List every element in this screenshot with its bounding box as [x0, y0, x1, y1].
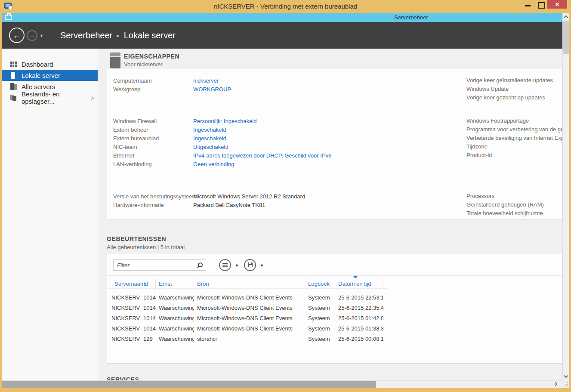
property-value-link[interactable]: Persoonlijk: Ingeschakeld [193, 118, 256, 124]
property-label: Windows Update [466, 85, 553, 93]
property-label: Computernaam [113, 77, 193, 84]
property-row: Extern beheer Ingeschakeld [113, 125, 331, 134]
properties-title: EIGENSCHAPPEN [124, 53, 179, 60]
table-row[interactable]: NICKSERVER 1014 Waarschuwing Microsoft-W… [107, 302, 388, 313]
breadcrumb-separator-icon: ▸ [117, 32, 120, 39]
cell-log: Systeem [305, 336, 335, 342]
minimize-button[interactable] [522, 0, 534, 9]
property-row: NIC-team Uitgeschakeld [113, 142, 331, 151]
cell-datetime: 25-6-2015 01:42:04 [335, 315, 383, 321]
properties-right-group-2: Windows FoutrapportageProgramma voor ver… [466, 117, 562, 160]
property-label: Windows Foutrapportage [466, 117, 562, 125]
rdp-window: { "colors": { "rdp_chrome": "#e8bf68", "… [0, 0, 571, 392]
breadcrumb-root[interactable]: Serverbeheer [60, 31, 112, 40]
resize-grip-icon[interactable] [567, 386, 568, 386]
property-value: Microsoft Windows Server 2012 R2 Standar… [193, 193, 305, 200]
cell-datetime: 25-6-2015 01:38:34 [335, 325, 383, 332]
properties-right-group-3: ProcessorsGeïnstalleerd geheugen (RAM)To… [466, 192, 544, 218]
sidebar-item-icon [9, 61, 17, 68]
column-header[interactable]: Servernaam [111, 279, 140, 289]
property-value-link[interactable]: Ingeschakeld [193, 127, 226, 133]
sidebar-item[interactable]: Dashboard [2, 59, 98, 70]
scroll-down-icon[interactable] [564, 374, 568, 378]
property-value-link[interactable]: Geen verbinding [193, 161, 234, 167]
sidebar-item-label: Bestands- en opslagser... [22, 90, 91, 105]
scroll-up-icon[interactable] [564, 15, 568, 20]
table-row[interactable]: NICKSERVER 1014 Waarschuwing Microsoft-W… [107, 323, 388, 333]
cell-severity: Waarschuwing [156, 325, 194, 332]
tasks-dropdown-icon[interactable]: ▼ [235, 263, 239, 268]
forward-button[interactable]: → [27, 30, 37, 41]
property-label: Versie van het besturingssysteem [113, 193, 193, 200]
vertical-scrollbar-thumb[interactable] [563, 21, 569, 54]
column-header[interactable]: Datum en tijd [335, 279, 383, 289]
column-header[interactable]: Bron [194, 279, 305, 289]
cell-id: 1014 [140, 294, 156, 301]
save-disk-icon [248, 262, 253, 267]
properties-subtitle: Voor nickserver [124, 61, 163, 68]
property-value-link[interactable]: IPv4-adres toegewezen door DHCP, Geschik… [193, 152, 331, 159]
property-row: Computernaam nickserver [113, 76, 231, 85]
cell-datetime: 25-6-2015 22:53:11 [335, 294, 383, 301]
property-row: Hardware-informatie Packard Bell EasyNot… [113, 201, 305, 209]
property-label: Totale hoeveelheid schijfruimte [466, 209, 544, 218]
horizontal-scrollbar[interactable] [2, 380, 562, 388]
property-label: Programma voor verbetering van de gebr [466, 125, 562, 134]
property-row: Ethernet IPv4-adres toegewezen door DHCP… [113, 151, 331, 160]
cell-log: Systeem [305, 315, 335, 321]
save-query-button[interactable] [244, 259, 256, 271]
server-manager-window: Serverbeheer ← → ▼ Serverbeheer▸Lokale s… [2, 13, 569, 388]
property-label: Extern beheer [113, 127, 193, 133]
property-value-link[interactable]: WORKGROUP [193, 86, 231, 93]
properties-server-icon [110, 52, 120, 68]
horizontal-scrollbar-thumb[interactable] [2, 381, 376, 388]
property-value-link[interactable]: Uitgeschakeld [193, 144, 228, 150]
table-row[interactable]: NICKSERVER 1014 Waarschuwing Microsoft-W… [107, 313, 388, 323]
sidebar-item[interactable]: Bestands- en opslagser... ▷ [2, 92, 98, 103]
cell-servername: NICKSERVER [111, 336, 140, 342]
table-row[interactable]: NICKSERVER 1014 Waarschuwing Microsoft-W… [107, 292, 388, 302]
property-label: NIC-team [113, 144, 193, 150]
events-table-body: NICKSERVER 1014 Waarschuwing Microsoft-W… [107, 292, 388, 344]
events-subtitle: Alle gebeurtenissen | 5 in totaal [107, 244, 185, 250]
sidebar-item[interactable]: Lokale server [2, 70, 98, 81]
back-button[interactable]: ← [9, 28, 25, 43]
events-table-header: ServernaamIdErnstBronLogboekDatum en tij… [107, 279, 388, 289]
cell-severity: Waarschuwing [156, 294, 194, 301]
column-header[interactable]: Logboek [305, 279, 335, 289]
property-row: Werkgroep WORKGROUP [113, 85, 231, 93]
property-label: Vorige keer gezocht op updates [466, 93, 553, 102]
sidebar-item-icon [9, 83, 17, 90]
cell-source: storahci [194, 336, 305, 342]
close-button[interactable]: ✕ [547, 0, 567, 9]
property-label: Windows Firewall [113, 118, 193, 124]
column-header[interactable]: Id [140, 279, 156, 289]
table-row[interactable]: NICKSERVER 129 Waarschuwing storahci Sys… [107, 333, 388, 344]
rdp-titlebar: nICKSERVER - Verbinding met extern burea… [0, 0, 571, 13]
property-label: Ethernet [113, 152, 193, 159]
sidebar-items: Dashboard Lokale server Alle servers Bes… [2, 59, 98, 103]
property-value-link[interactable]: Ingeschakeld [193, 135, 226, 142]
filter-input[interactable] [114, 260, 206, 270]
cell-servername: NICKSERVER [111, 294, 140, 301]
sidebar-item-label: Alle servers [22, 83, 55, 90]
column-header[interactable]: Ernst [156, 279, 194, 289]
navigation-bar: ← → ▼ Serverbeheer▸Lokale server [2, 22, 562, 49]
events-title: GEBEURTENISSEN [107, 235, 166, 242]
rdp-window-title: nICKSERVER - Verbinding met extern burea… [0, 0, 571, 13]
search-icon[interactable] [197, 262, 203, 269]
cell-source: Microsoft-Windows-DNS Client Events [194, 325, 305, 332]
tasks-list-icon [222, 263, 228, 267]
cell-id: 129 [140, 336, 156, 342]
history-dropdown-icon[interactable]: ▼ [40, 34, 43, 38]
breadcrumb-current: Lokale server [124, 31, 176, 40]
save-dropdown-icon[interactable]: ▼ [260, 263, 264, 268]
property-value-link[interactable]: nickserver [193, 77, 219, 84]
cell-servername: NICKSERVER [111, 305, 140, 311]
vertical-scrollbar[interactable] [562, 13, 569, 380]
cell-source: Microsoft-Windows-DNS Client Events [194, 305, 305, 311]
cell-log: Systeem [305, 294, 335, 301]
maximize-button[interactable] [534, 0, 547, 9]
scroll-right-icon[interactable] [553, 382, 558, 386]
tasks-menu-button[interactable] [219, 259, 231, 271]
